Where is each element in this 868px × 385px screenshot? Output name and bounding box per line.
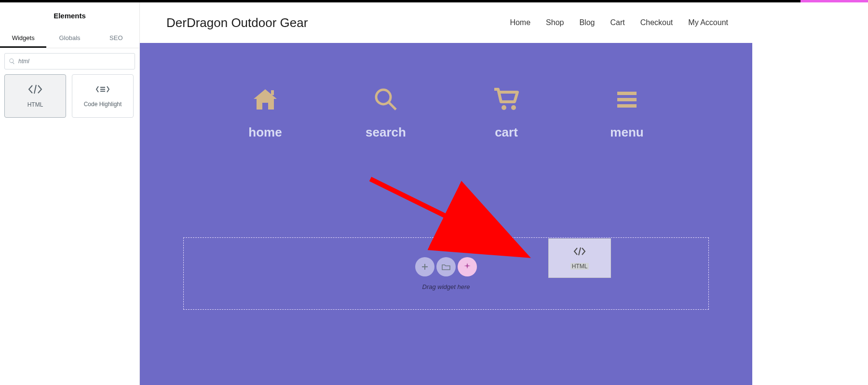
widget-search-wrap	[0, 48, 139, 74]
svg-rect-9	[617, 92, 637, 95]
drop-zone-controls	[415, 257, 477, 276]
nav-checkout[interactable]: Checkout	[640, 18, 673, 27]
drop-zone-hint: Drag widget here	[422, 283, 470, 290]
plus-icon	[421, 263, 429, 271]
widget-search[interactable]	[4, 53, 135, 69]
svg-point-5	[376, 90, 391, 104]
editor-workspace: DerDragon Outdoor Gear Home Shop Blog Ca…	[140, 2, 752, 385]
icon-nav-row: home search cart menu	[140, 43, 752, 140]
tab-seo[interactable]: SEO	[93, 29, 139, 48]
icon-nav-home-label: home	[248, 125, 282, 140]
sidebar-tabs: Widgets Globals SEO	[0, 29, 139, 48]
add-widget-button[interactable]	[415, 257, 434, 276]
icon-nav-menu[interactable]: menu	[598, 87, 656, 140]
widget-code-highlight-label: Code Highlight	[84, 101, 122, 108]
site-header: DerDragon Outdoor Gear Home Shop Blog Ca…	[140, 2, 752, 43]
site-nav: Home Shop Blog Cart Checkout My Account	[510, 18, 728, 27]
svg-line-0	[34, 85, 36, 94]
drop-zone-folder-button[interactable]	[436, 257, 456, 276]
svg-point-7	[502, 105, 506, 110]
icon-nav-cart[interactable]: cart	[477, 87, 535, 140]
nav-my-account[interactable]: My Account	[688, 18, 728, 27]
icon-nav-search-label: search	[366, 125, 406, 140]
svg-line-6	[389, 103, 396, 110]
svg-rect-11	[617, 104, 637, 108]
widget-html-label: HTML	[27, 101, 43, 108]
widget-grid: HTML Code Highlight	[0, 74, 139, 118]
tab-widgets[interactable]: Widgets	[0, 29, 46, 48]
code-highlight-icon	[95, 84, 110, 96]
page-canvas[interactable]: home search cart menu	[140, 43, 752, 385]
svg-point-8	[511, 105, 516, 110]
search-icon	[9, 58, 15, 65]
sidebar-title: Elements	[0, 2, 139, 29]
search-large-icon	[374, 87, 398, 111]
icon-nav-cart-label: cart	[495, 125, 518, 140]
tab-globals[interactable]: Globals	[46, 29, 93, 48]
icon-nav-menu-label: menu	[610, 125, 643, 140]
icon-nav-home[interactable]: home	[236, 87, 294, 140]
home-icon	[252, 87, 279, 111]
nav-blog[interactable]: Blog	[579, 18, 595, 27]
code-icon	[27, 84, 43, 96]
nav-home[interactable]: Home	[510, 18, 530, 27]
widget-drop-zone[interactable]: Drag widget here	[183, 237, 709, 310]
cart-icon	[493, 87, 519, 111]
sparkle-icon	[463, 263, 471, 271]
folder-icon	[442, 263, 450, 270]
widget-search-input[interactable]	[18, 58, 131, 65]
site-title: DerDragon Outdoor Gear	[166, 15, 308, 30]
nav-cart[interactable]: Cart	[610, 18, 624, 27]
widget-html[interactable]: HTML	[4, 74, 66, 118]
svg-rect-10	[617, 98, 637, 101]
widget-code-highlight[interactable]: Code Highlight	[72, 74, 134, 118]
elements-sidebar: Elements Widgets Globals SEO HTML Code H…	[0, 2, 140, 385]
menu-icon	[615, 87, 638, 111]
drop-zone-ai-button[interactable]	[458, 257, 477, 276]
nav-shop[interactable]: Shop	[546, 18, 564, 27]
svg-rect-4	[271, 90, 274, 95]
icon-nav-search[interactable]: search	[357, 87, 415, 140]
